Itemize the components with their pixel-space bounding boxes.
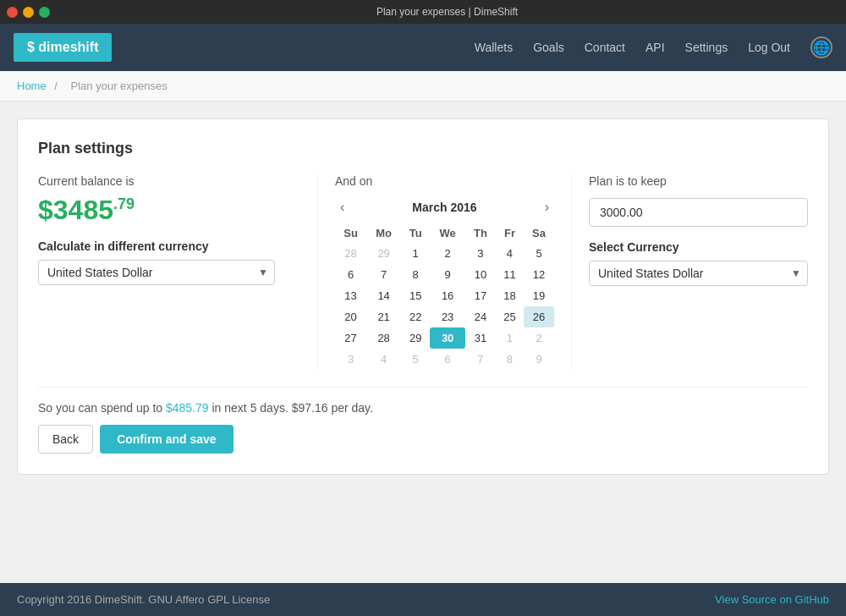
footer-text-prefix: So you can spend up to xyxy=(38,401,166,415)
cal-day[interactable]: 18 xyxy=(496,285,524,306)
plan-settings-card: Plan settings Current balance is $3485.7… xyxy=(17,118,829,475)
nav-links: Wallets Goals Contact API Settings Log O… xyxy=(475,36,832,58)
cal-day[interactable]: 2 xyxy=(430,243,465,264)
footer-text3: . xyxy=(285,401,292,415)
maximize-btn[interactable] xyxy=(39,7,50,18)
cal-day[interactable]: 20 xyxy=(335,306,366,327)
middle-column: And on ‹ March 2016 › Su Mo Tu xyxy=(317,174,571,370)
nav-wallets[interactable]: Wallets xyxy=(475,41,513,54)
cal-day[interactable]: 6 xyxy=(335,264,366,285)
currency-right-select[interactable]: United States Dollar xyxy=(589,261,808,286)
cal-day[interactable]: 29 xyxy=(366,243,401,264)
breadcrumb-separator: / xyxy=(54,80,58,92)
balance-amount: $3485.79 xyxy=(38,195,300,226)
globe-icon[interactable]: 🌐 xyxy=(810,36,832,58)
github-link[interactable]: View Source on GitHub xyxy=(715,593,829,606)
cal-month-year: March 2016 xyxy=(412,201,476,214)
footer-actions: Back Confirm and save xyxy=(38,425,808,454)
cal-day[interactable]: 31 xyxy=(465,327,496,349)
nav-settings[interactable]: Settings xyxy=(685,41,728,54)
cal-day[interactable]: 7 xyxy=(366,264,401,285)
close-btn[interactable] xyxy=(7,7,18,18)
cal-day[interactable]: 11 xyxy=(496,264,524,285)
cal-day[interactable]: 12 xyxy=(524,264,554,285)
plan-footer-text: So you can spend up to $485.79 in next 5… xyxy=(38,387,808,415)
nav-logout[interactable]: Log Out xyxy=(748,41,790,54)
cal-day[interactable]: 15 xyxy=(401,285,430,306)
keep-input[interactable] xyxy=(589,198,808,227)
cal-day[interactable]: 22 xyxy=(401,306,430,327)
nav-goals[interactable]: Goals xyxy=(533,41,564,54)
cal-day[interactable]: 28 xyxy=(335,243,366,264)
left-column: Current balance is $3485.79 Calculate in… xyxy=(38,174,317,370)
breadcrumb-current: Plan your expenses xyxy=(71,80,168,92)
cal-day[interactable]: 8 xyxy=(496,349,524,370)
table-row: 20 21 22 23 24 25 26 xyxy=(335,306,554,327)
cal-day[interactable]: 1 xyxy=(496,327,524,349)
cal-day[interactable]: 21 xyxy=(366,306,401,327)
confirm-save-button[interactable]: Confirm and save xyxy=(100,425,233,454)
cal-day[interactable]: 2 xyxy=(524,327,554,349)
cal-day[interactable]: 6 xyxy=(430,349,465,370)
cal-day[interactable]: 5 xyxy=(524,243,554,264)
cal-day[interactable]: 4 xyxy=(366,349,401,370)
cal-header-sa: Sa xyxy=(524,223,554,243)
cal-day[interactable]: 23 xyxy=(430,306,465,327)
cal-next-btn[interactable]: › xyxy=(540,198,554,217)
table-row: 3 4 5 6 7 8 9 xyxy=(335,349,554,370)
cal-day[interactable]: 1 xyxy=(401,243,430,264)
footer-amount[interactable]: $485.79 xyxy=(166,401,209,415)
currency-left-select[interactable]: United States Dollar xyxy=(38,260,275,285)
plan-content: Current balance is $3485.79 Calculate in… xyxy=(38,174,808,370)
cal-day[interactable]: 8 xyxy=(401,264,430,285)
cal-day[interactable]: 16 xyxy=(430,285,465,306)
cal-day[interactable]: 7 xyxy=(465,349,496,370)
cal-day[interactable]: 27 xyxy=(335,327,366,349)
cal-day[interactable]: 10 xyxy=(465,264,496,285)
window-title: Plan your expenses | DimeShift xyxy=(55,6,839,18)
plan-settings-title: Plan settings xyxy=(38,140,808,157)
breadcrumb-home[interactable]: Home xyxy=(17,80,47,92)
navbar: $ dimeshift Wallets Goals Contact API Se… xyxy=(0,24,846,71)
cal-day-highlighted[interactable]: 26 xyxy=(524,306,554,327)
balance-dollars: $3485 xyxy=(38,195,113,225)
right-column: Plan is to keep Select Currency United S… xyxy=(571,174,808,370)
calendar-header: ‹ March 2016 › xyxy=(335,198,554,217)
cal-day[interactable]: 5 xyxy=(401,349,430,370)
calendar-grid: Su Mo Tu We Th Fr Sa xyxy=(335,223,554,370)
cal-day[interactable]: 19 xyxy=(524,285,554,306)
cal-header-th: Th xyxy=(465,223,496,243)
and-on-label: And on xyxy=(335,174,554,188)
cal-day[interactable]: 28 xyxy=(366,327,401,349)
currency-left-wrapper: United States Dollar ▼ xyxy=(38,260,275,285)
table-row: 28 29 1 2 3 4 5 xyxy=(335,243,554,264)
cal-day[interactable]: 24 xyxy=(465,306,496,327)
cal-day[interactable]: 14 xyxy=(366,285,401,306)
cal-day[interactable]: 29 xyxy=(401,327,430,349)
minimize-btn[interactable] xyxy=(23,7,34,18)
cal-day[interactable]: 3 xyxy=(335,349,366,370)
calc-label: Calculate in different currency xyxy=(38,239,300,253)
select-currency-label: Select Currency xyxy=(589,240,808,254)
cal-day[interactable]: 9 xyxy=(524,349,554,370)
back-button[interactable]: Back xyxy=(38,425,93,454)
breadcrumb: Home / Plan your expenses xyxy=(0,71,846,102)
cal-header-tu: Tu xyxy=(401,223,430,243)
cal-day[interactable]: 3 xyxy=(465,243,496,264)
cal-day[interactable]: 17 xyxy=(465,285,496,306)
cal-day[interactable]: 25 xyxy=(496,306,524,327)
copyright-text: Copyright 2016 DimeShift. GNU Affero GPL… xyxy=(17,593,270,606)
cal-day[interactable]: 4 xyxy=(496,243,524,264)
nav-contact[interactable]: Contact xyxy=(585,41,625,54)
table-row: 6 7 8 9 10 11 12 xyxy=(335,264,554,285)
cal-day-today[interactable]: 30 xyxy=(430,327,465,349)
cal-day[interactable]: 9 xyxy=(430,264,465,285)
balance-cents: .79 xyxy=(113,195,135,212)
cal-header-mo: Mo xyxy=(366,223,401,243)
footer-days: 5 days xyxy=(250,401,285,415)
keep-label: Plan is to keep xyxy=(589,174,808,188)
cal-day[interactable]: 13 xyxy=(335,285,366,306)
nav-api[interactable]: API xyxy=(645,41,665,54)
cal-prev-btn[interactable]: ‹ xyxy=(335,198,349,217)
brand-logo[interactable]: $ dimeshift xyxy=(14,33,112,62)
